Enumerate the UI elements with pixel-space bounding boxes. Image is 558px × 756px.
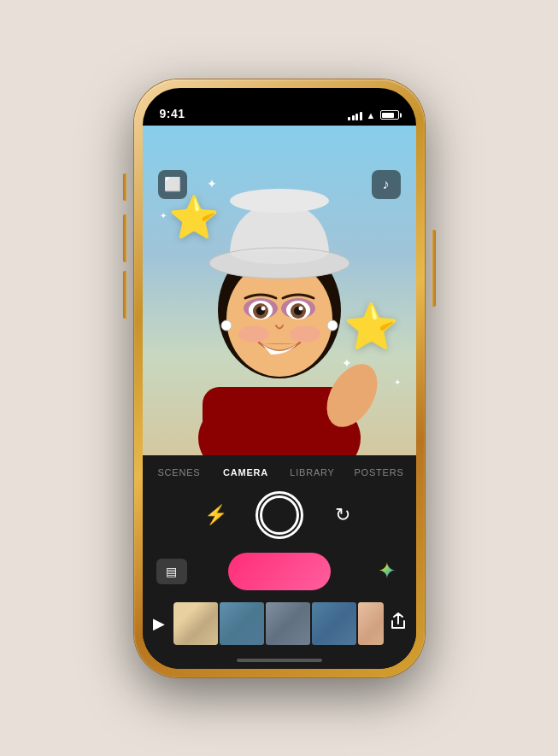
signal-icon [348,110,362,120]
power-button[interactable] [432,230,436,307]
flip-camera-button[interactable]: ↻ [327,500,358,530]
clip-5[interactable] [358,602,384,645]
signal-bar-2 [352,115,355,120]
bottom-panel: SCENES CAMERA LIBRARY POSTERS ⚡ ↻ ▤ [143,455,416,669]
top-controls: ⬜ ♪ [143,163,416,206]
volume-up-button[interactable] [123,214,126,262]
music-button[interactable]: ♪ [372,170,401,199]
record-row: ▤ ✦ [143,548,416,599]
tab-camera[interactable]: CAMERA [213,464,279,481]
svg-point-7 [290,325,320,343]
signal-bar-1 [348,117,350,120]
volume-down-button[interactable] [123,271,126,319]
shutter-ring [260,495,299,535]
svg-point-17 [298,306,302,310]
flash-button[interactable]: ⚡ [201,500,232,530]
clip-3[interactable] [266,602,310,645]
effects-button[interactable]: ✦ [372,556,402,587]
screen-content: 9:41 ▲ [143,88,416,669]
signal-bar-4 [360,112,362,120]
clip-2[interactable] [220,602,264,645]
record-button[interactable] [228,553,331,590]
tab-scenes[interactable]: SCENES [146,464,213,481]
sparkle-right-1: ✦ [342,356,352,370]
star-right-emoji: ⭐ [344,301,399,353]
phone-shell: 9:41 ▲ [134,79,425,677]
play-button[interactable]: ▶ [150,614,173,633]
camera-controls: ⚡ ↻ [143,486,416,548]
notch [220,88,339,110]
svg-point-6 [238,325,269,343]
clip-1[interactable] [173,602,218,645]
phone-screen: 9:41 ▲ [143,88,416,669]
sparkle-left-2: ✦ [160,211,167,220]
tab-posters[interactable]: POSTERS [346,464,413,481]
layers-button[interactable]: ⬜ [158,170,187,199]
caption-icon: ▤ [166,565,177,578]
svg-point-19 [327,320,338,331]
svg-point-18 [221,320,232,331]
home-bar [237,659,322,662]
svg-point-16 [261,306,265,310]
battery-fill [382,113,394,118]
clip-4[interactable] [312,602,356,645]
tab-library[interactable]: LIBRARY [279,464,346,481]
status-icons: ▲ [348,110,398,120]
status-time: 9:41 [160,107,185,120]
share-button[interactable] [384,612,409,634]
shutter-button[interactable] [256,491,303,539]
timeline-clips[interactable] [173,602,384,645]
home-indicator [143,652,416,669]
signal-bar-3 [355,114,358,120]
camera-view: ⬜ ♪ ⭐ ✦ ✦ ⭐ ✦ ✦ [143,126,416,455]
timeline: ▶ [143,599,416,652]
mute-button[interactable] [123,173,126,201]
battery-icon [380,110,399,120]
caption-button[interactable]: ▤ [156,559,187,584]
tab-bar: SCENES CAMERA LIBRARY POSTERS [143,455,416,486]
wifi-icon: ▲ [367,110,376,120]
sparkle-right-2: ✦ [394,378,401,387]
effects-star-icon: ✦ [378,558,396,584]
